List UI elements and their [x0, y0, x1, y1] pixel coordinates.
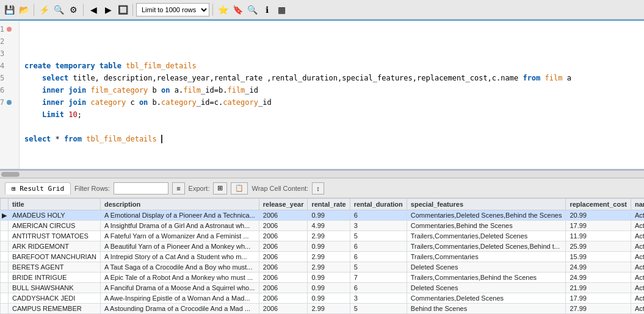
table-row[interactable]: BERETS AGENTA Taut Saga of a Crocodile A… [1, 262, 645, 273]
cell-2-rental_duration: 5 [350, 231, 407, 241]
result-grid-label: Result Grid [20, 185, 64, 193]
line-num-3: 3 [0, 48, 15, 60]
export-btn2[interactable]: 📋 [231, 182, 248, 194]
cell-2-replacement_cost: 11.99 [566, 231, 631, 241]
col-header-rental_duration[interactable]: rental_duration [350, 199, 407, 210]
cell-6-rental_rate: 0.99 [308, 273, 350, 283]
export-csv-btn[interactable]: ⊞ [213, 182, 227, 194]
cell-2-rental_rate: 2.99 [308, 231, 350, 241]
open-button[interactable]: 📂 [17, 3, 31, 16]
table-row[interactable]: CAMPUS REMEMBERA Astounding Drama of a C… [1, 304, 645, 314]
code-area[interactable]: create temporary table tbl_film_details … [20, 21, 644, 169]
code-line-6 [24, 121, 639, 133]
cell-0-special_features: Commentaries,Deleted Scenes,Behind the S… [407, 210, 566, 221]
code-line-2: select title, description,release_year,r… [24, 72, 639, 84]
col-header-arrow[interactable] [1, 199, 9, 210]
refresh-button[interactable]: ⚡ [37, 3, 51, 16]
cell-9-rental_rate: 2.99 [308, 304, 350, 314]
table-row[interactable]: ARK RIDGEMONTA Beautiful Yarn of a Pione… [1, 241, 645, 252]
next-button[interactable]: ▶ [101, 3, 115, 16]
cell-7-replacement_cost: 21.99 [566, 283, 631, 293]
cell-3-rental_rate: 0.99 [308, 241, 350, 252]
table-row[interactable]: BAREFOOT MANCHURIANA Intrepid Story of a… [1, 252, 645, 262]
cell-5-special_features: Deleted Scenes [407, 262, 566, 273]
cell-9-name: Action [631, 304, 644, 314]
sep3 [132, 4, 133, 16]
line-num-4: 4 [0, 60, 15, 72]
execute-button[interactable]: ⚙ [67, 3, 80, 16]
cell-2-arrow [1, 231, 9, 241]
cell-3-name: Action [631, 241, 644, 252]
result-grid-tab[interactable]: ⊞ Result Grid [5, 182, 71, 194]
bookmark-button[interactable]: 🔖 [231, 3, 244, 16]
cell-1-release_year: 2006 [259, 221, 308, 231]
code-line-5: Limit 10; [24, 109, 639, 121]
cell-9-arrow [1, 304, 9, 314]
limit-select[interactable]: Limit to 1000 rows Limit to 500 rows Don… [136, 3, 209, 16]
cell-5-rental_duration: 5 [350, 262, 407, 273]
cell-7-release_year: 2006 [259, 283, 308, 293]
col-header-rental_rate[interactable]: rental_rate [308, 199, 350, 210]
table-row[interactable]: ANTITRUST TOMATOESA Fateful Yarn of a Wo… [1, 231, 645, 241]
table-row[interactable]: ▶AMADEUS HOLYA Emotional Display of a Pi… [1, 210, 645, 221]
col-header-description[interactable]: description [100, 199, 259, 210]
wrap-btn[interactable]: ↕ [312, 182, 324, 194]
info-button[interactable]: ℹ [260, 3, 273, 16]
line-num-6: 6 [0, 84, 15, 96]
result-grid-icon: ⊞ [12, 185, 16, 193]
table-row[interactable]: BULL SHAWSHANKA Fanciful Drama of a Moos… [1, 283, 645, 293]
cell-8-replacement_cost: 17.99 [566, 293, 631, 304]
filter-input[interactable] [114, 182, 168, 194]
col-header-special_features[interactable]: special_features [407, 199, 566, 210]
cell-2-title: ANTITRUST TOMATOES [9, 231, 101, 241]
grid-button[interactable]: ▦ [275, 3, 288, 16]
table-header: titledescriptionrelease_yearrental_rater… [1, 199, 645, 210]
star-button[interactable]: ⭐ [216, 3, 230, 16]
cell-4-name: Action [631, 252, 644, 262]
cell-7-title: BULL SHAWSHANK [9, 283, 101, 293]
export-label: Export: [189, 185, 210, 192]
cell-5-replacement_cost: 24.99 [566, 262, 631, 273]
save-button[interactable]: 💾 [2, 3, 16, 16]
code-line-1: create temporary table tbl_film_details [24, 60, 639, 72]
prev-button[interactable]: ◀ [87, 3, 100, 16]
line-num-1: 1 [0, 23, 15, 35]
table-row[interactable]: BRIDE INTRIGUEA Epic Tale of a Robot And… [1, 273, 645, 283]
line-dot-1[interactable] [7, 27, 12, 32]
cell-8-release_year: 2006 [259, 293, 308, 304]
cell-8-description: A Awe-Inspiring Epistle of a Woman And a… [100, 293, 259, 304]
search-button[interactable]: 🔍 [245, 3, 259, 16]
line-dot-7[interactable] [7, 100, 12, 105]
cell-9-rental_duration: 5 [350, 304, 407, 314]
line-numbers: 1234567 [0, 21, 20, 169]
stop-button[interactable]: 🔍 [52, 3, 65, 16]
col-header-release_year[interactable]: release_year [259, 199, 308, 210]
cell-6-title: BRIDE INTRIGUE [9, 273, 101, 283]
col-header-title[interactable]: title [9, 199, 101, 210]
cell-6-name: Action [631, 273, 644, 283]
cell-3-description: A Beautiful Yarn of a Pioneer And a Monk… [100, 241, 259, 252]
cell-8-title: CADDYSHACK JEDI [9, 293, 101, 304]
cell-5-name: Action [631, 262, 644, 273]
scrollbar-thumb[interactable] [1, 172, 20, 177]
cell-4-release_year: 2006 [259, 252, 308, 262]
line-num-2: 2 [0, 35, 15, 48]
horizontal-scrollbar[interactable] [0, 171, 644, 178]
col-header-replacement_cost[interactable]: replacement_cost [566, 199, 631, 210]
sep2 [83, 4, 84, 16]
data-grid[interactable]: titledescriptionrelease_yearrental_rater… [0, 198, 644, 314]
filter-icon-btn[interactable]: ≡ [172, 182, 184, 194]
table-row[interactable]: AMERICAN CIRCUSA Insightful Drama of a G… [1, 221, 645, 231]
code-line-7: select * from tbl_film_details [24, 133, 639, 145]
sep4 [212, 4, 213, 16]
cell-3-title: ARK RIDGEMONT [9, 241, 101, 252]
cell-7-description: A Fanciful Drama of a Moose And a Squirr… [100, 283, 259, 293]
cell-9-special_features: Behind the Scenes [407, 304, 566, 314]
cell-8-rental_rate: 0.99 [308, 293, 350, 304]
explain-button[interactable]: 🔲 [116, 3, 129, 16]
col-header-name[interactable]: name [631, 199, 644, 210]
line-num-7: 7 [0, 96, 15, 109]
cell-0-arrow: ▶ [1, 210, 9, 221]
cell-8-rental_duration: 3 [350, 293, 407, 304]
table-row[interactable]: CADDYSHACK JEDIA Awe-Inspiring Epistle o… [1, 293, 645, 304]
